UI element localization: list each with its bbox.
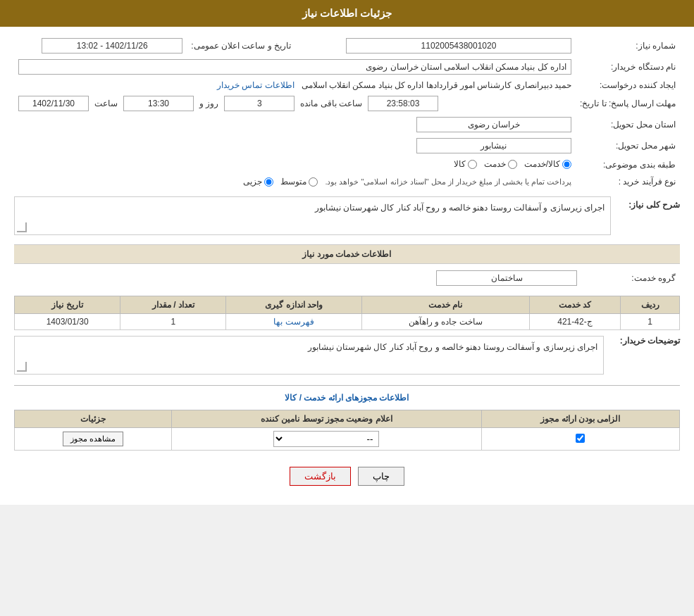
radio-kala-khedmat: کالا/خدمت xyxy=(524,159,571,169)
label-creator: ایجاد کننده درخواست: xyxy=(576,77,680,93)
col-row: ردیف xyxy=(621,296,680,314)
radio-kala: کالا xyxy=(454,159,477,169)
buyer-notes-label: توضیحات خریدار: xyxy=(609,336,680,346)
service-group-table: گروه خدمت: ساختمان xyxy=(14,268,680,289)
radio-motavsat-input[interactable] xyxy=(309,177,318,187)
city-value: نیشابور xyxy=(416,138,571,153)
col-code: کد خدمت xyxy=(529,296,620,314)
col-name: نام خدمت xyxy=(361,296,529,314)
permit-required-cell xyxy=(481,428,679,451)
cell-name: ساخت جاده و راهآهن xyxy=(361,314,529,330)
category-radio-group: کالا/خدمت خدمت کالا xyxy=(454,159,571,169)
radio-motavsat-label: متوسط xyxy=(280,177,306,187)
purchase-note: پرداخت تمام یا بخشی از مبلغ خریدار از مح… xyxy=(325,177,571,187)
unit-link[interactable]: فهرست بها xyxy=(273,317,314,327)
row-province: استان محل تحویل: خراسان رضوی xyxy=(14,114,680,135)
announce-value: 1402/11/26 - 13:02 xyxy=(42,38,182,54)
deadline-days: 3 xyxy=(224,96,295,111)
info-table: شماره نیاز: 1102005438001020 تاریخ و ساع… xyxy=(14,35,680,189)
deadline-date: 1402/11/30 xyxy=(18,96,89,111)
province-value: خراسان رضوی xyxy=(416,117,571,132)
creator-value: حمید دبیرانصاری کارشناس امور قراردادها ا… xyxy=(302,80,571,90)
view-permit-button[interactable]: مشاهده مجوز xyxy=(63,432,123,446)
row-city: شهر محل تحویل: نیشابور xyxy=(14,135,680,156)
permits-section-title: اطلاعات مجوزهای ارائه خدمت / کالا xyxy=(14,393,680,403)
deadline-days-label: روز و xyxy=(199,99,218,108)
services-section-title: اطلاعات خدمات مورد نیاز xyxy=(14,244,680,264)
services-table-header-row: ردیف کد خدمت نام خدمت واحد اندازه گیری ت… xyxy=(15,296,680,314)
button-row: چاپ بازگشت xyxy=(14,456,680,496)
permit-status-select[interactable]: -- xyxy=(273,431,379,447)
row-deadline: مهلت ارسال پاسخ: تا تاریخ: 23:58:03 ساعت… xyxy=(14,93,680,114)
radio-jozi-label: جزیی xyxy=(243,177,262,187)
col-qty: تعداد / مقدار xyxy=(120,296,226,314)
label-city: شهر محل تحویل: xyxy=(576,135,680,156)
service-group-value: ساختمان xyxy=(436,270,577,286)
col-details: جزئیات xyxy=(15,410,172,428)
col-status: اعلام وضعیت مجوز توسط نامین کننده xyxy=(171,410,481,428)
purchase-radio-group: پرداخت تمام یا بخشی از مبلغ خریدار از مح… xyxy=(243,177,571,187)
description-section: شرح کلی نیاز: اجرای زیرسازی و آسفالت روس… xyxy=(14,196,680,239)
row-creator: ایجاد کننده درخواست: حمید دبیرانصاری کار… xyxy=(14,77,680,93)
label-category: طبقه بندی موضوعی: xyxy=(576,156,680,174)
permit-status-cell: -- xyxy=(171,428,481,451)
permits-header-row: الزامی بودن ارائه مجوز اعلام وضعیت مجوز … xyxy=(15,410,680,428)
permits-table-wrapper: الزامی بودن ارائه مجوز اعلام وضعیت مجوز … xyxy=(14,410,680,451)
label-province: استان محل تحویل: xyxy=(576,114,680,135)
label-deadline: مهلت ارسال پاسخ: تا تاریخ: xyxy=(576,93,680,114)
radio-khedmat-label: خدمت xyxy=(484,159,506,169)
radio-jozi: جزیی xyxy=(243,177,273,187)
col-unit: واحد اندازه گیری xyxy=(226,296,361,314)
cell-code: ج-42-421 xyxy=(529,314,620,330)
radio-kala-label: کالا xyxy=(454,159,466,169)
cell-qty: 1 xyxy=(120,314,226,330)
divider xyxy=(14,385,680,386)
content-area: شماره نیاز: 1102005438001020 تاریخ و ساع… xyxy=(0,27,694,505)
radio-motavsat: متوسط xyxy=(280,177,318,187)
permits-title-link[interactable]: اطلاعات مجوزهای ارائه خدمت / کالا xyxy=(285,393,409,403)
radio-jozi-input[interactable] xyxy=(264,177,273,187)
cell-row: 1 xyxy=(621,314,680,330)
permit-required-checkbox[interactable] xyxy=(576,434,585,443)
description-label: شرح کلی نیاز: xyxy=(616,196,680,210)
tender-number-value: 1102005438001020 xyxy=(346,38,571,54)
radio-kala-input[interactable] xyxy=(468,160,477,169)
print-button[interactable]: چاپ xyxy=(358,467,404,486)
row-buyer-org: نام دستگاه خریدار: اداره کل بنیاد مسکن ا… xyxy=(14,56,680,77)
description-value: اجرای زیرسازی و آسفالت روستا دهنو خالصه … xyxy=(14,196,611,235)
page-header: جزئیات اطلاعات نیاز xyxy=(0,0,694,27)
deadline-time: 13:30 xyxy=(123,96,194,111)
services-table: ردیف کد خدمت نام خدمت واحد اندازه گیری ت… xyxy=(14,296,680,330)
col-date: تاریخ نیاز xyxy=(15,296,120,314)
label-buyer-org: نام دستگاه خریدار: xyxy=(576,56,680,77)
deadline-remaining-label: ساعت باقی مانده xyxy=(300,99,362,108)
label-announce: تاریخ و ساعت اعلان عمومی: xyxy=(187,35,305,56)
back-button[interactable]: بازگشت xyxy=(290,467,351,486)
permit-row: -- مشاهده مجوز xyxy=(15,428,680,451)
buyer-org-value: اداره کل بنیاد مسکن انقلاب اسلامی استان … xyxy=(18,59,571,75)
radio-kala-khedmat-label: کالا/خدمت xyxy=(524,159,560,169)
permits-table: الزامی بودن ارائه مجوز اعلام وضعیت مجوز … xyxy=(14,410,680,451)
table-row: 1 ج-42-421 ساخت جاده و راهآهن فهرست بها … xyxy=(15,314,680,330)
page-title: جزئیات اطلاعات نیاز xyxy=(302,7,392,19)
row-tender-announce: شماره نیاز: 1102005438001020 تاریخ و ساع… xyxy=(14,35,680,56)
label-tender-number: شماره نیاز: xyxy=(576,35,680,56)
radio-khedmat-input[interactable] xyxy=(508,160,517,169)
label-purchase-type: نوع فرآیند خرید : xyxy=(576,174,680,190)
label-service-group: گروه خدمت: xyxy=(581,268,680,289)
creator-link[interactable]: اطلاعات تماس خریدار xyxy=(217,80,295,90)
row-purchase-type: نوع فرآیند خرید : پرداخت تمام یا بخشی از… xyxy=(14,174,680,190)
permit-details-cell: مشاهده مجوز xyxy=(15,428,172,451)
row-service-group: گروه خدمت: ساختمان xyxy=(14,268,680,289)
radio-kala-khedmat-input[interactable] xyxy=(562,160,571,169)
radio-khedmat: خدمت xyxy=(484,159,517,169)
page-wrapper: جزئیات اطلاعات نیاز شماره نیاز: 11020054… xyxy=(0,0,694,505)
deadline-remaining: 23:58:03 xyxy=(368,96,438,111)
row-category: طبقه بندی موضوعی: کالا/خدمت خدمت xyxy=(14,156,680,174)
deadline-time-label: ساعت xyxy=(94,99,118,108)
cell-unit: فهرست بها xyxy=(226,314,361,330)
buyer-notes-section: توضیحات خریدار: اجرای زیرسازی و آسفالت ر… xyxy=(14,336,680,378)
col-required: الزامی بودن ارائه مجوز xyxy=(481,410,679,428)
buyer-notes-value: اجرای زیرسازی و آسفالت روستا دهنو خالصه … xyxy=(14,336,604,375)
cell-date: 1403/01/30 xyxy=(15,314,120,330)
